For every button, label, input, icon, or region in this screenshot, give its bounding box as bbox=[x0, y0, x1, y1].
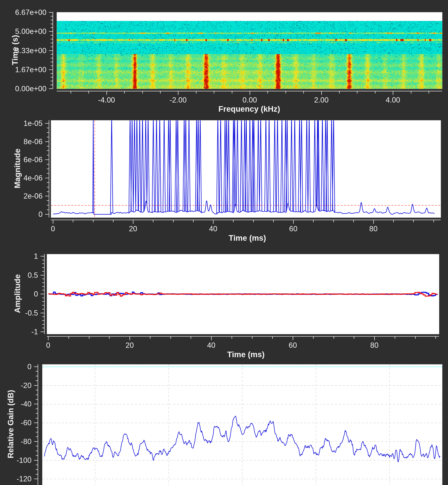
spectrogram-xtick-label: -4.00 bbox=[82, 96, 131, 104]
amplitude-ytick-label: -0.5 bbox=[0, 309, 38, 316]
relative_gain-ytick-label: -120 bbox=[0, 475, 32, 483]
spectrogram-ytick-label: 5.00e+00 bbox=[0, 28, 47, 35]
magnitude-ytick-label: 2e-06 bbox=[0, 192, 43, 200]
spectrogram-ytick-label: 6.67e+00 bbox=[0, 9, 47, 16]
magnitude-xlabel: Time (ms) bbox=[229, 234, 266, 242]
signal-analysis-figure: Time (s) Frequency (kHz) Magnitude Time … bbox=[0, 0, 448, 485]
magnitude-ytick-label: 1e-05 bbox=[0, 120, 43, 127]
magnitude-ytick-label: 4e-06 bbox=[0, 174, 43, 181]
amplitude-ytick-label: 1 bbox=[0, 252, 38, 260]
amplitude-ytick-label: 0 bbox=[0, 290, 38, 298]
relative_gain-ytick-label: -60 bbox=[0, 419, 32, 427]
spectrogram-xlabel: Frequency (kHz) bbox=[218, 105, 280, 113]
spectrogram-xtick-label: 2.00 bbox=[297, 96, 345, 104]
relative_gain-ytick-label: -100 bbox=[0, 456, 32, 464]
amplitude-xlabel: Time (ms) bbox=[227, 350, 264, 358]
amplitude-plot[interactable] bbox=[47, 254, 439, 334]
spectrogram-xtick-label: 4.00 bbox=[369, 96, 417, 104]
spectrogram-ytick-label: 0.00e+00 bbox=[0, 85, 47, 92]
amplitude-xtick-label: 20 bbox=[106, 341, 154, 349]
spectrogram-ytick-label: 1.67e+00 bbox=[0, 66, 47, 73]
magnitude-ytick-label: 0 bbox=[0, 210, 43, 218]
magnitude-xtick-label: 20 bbox=[109, 225, 157, 233]
amplitude-xtick-label: 40 bbox=[187, 341, 235, 349]
relative_gain-ytick-label: -40 bbox=[0, 400, 32, 408]
spectrogram-ytick-label: 3.33e+00 bbox=[0, 47, 47, 54]
relative-gain-plot[interactable] bbox=[42, 364, 442, 485]
magnitude-xtick-label: 0 bbox=[29, 225, 77, 233]
amplitude-xtick-label: 60 bbox=[269, 341, 317, 349]
spectrogram-xtick-label: 0.00 bbox=[226, 96, 274, 104]
relative_gain-ytick-label: 0 bbox=[0, 363, 32, 371]
amplitude-xtick-label: 0 bbox=[24, 341, 72, 349]
amplitude-ytick-label: -1 bbox=[0, 328, 38, 336]
amplitude-ytick-label: 0.5 bbox=[0, 271, 38, 279]
magnitude-ytick-label: 6e-06 bbox=[0, 156, 43, 163]
magnitude-xtick-label: 40 bbox=[189, 225, 237, 233]
magnitude-ytick-label: 8e-06 bbox=[0, 138, 43, 145]
magnitude-xtick-label: 80 bbox=[349, 225, 398, 233]
spectrogram-xtick-label: -2.00 bbox=[154, 96, 202, 104]
relative_gain-ytick-label: -20 bbox=[0, 381, 32, 389]
magnitude-plot[interactable] bbox=[51, 120, 441, 218]
relative_gain-ytick-label: -80 bbox=[0, 437, 32, 445]
spectrogram-plot[interactable] bbox=[56, 12, 442, 89]
magnitude-ylabel: Magnitude bbox=[14, 149, 21, 188]
amplitude-xtick-label: 80 bbox=[350, 341, 399, 349]
magnitude-xtick-label: 60 bbox=[269, 225, 317, 233]
